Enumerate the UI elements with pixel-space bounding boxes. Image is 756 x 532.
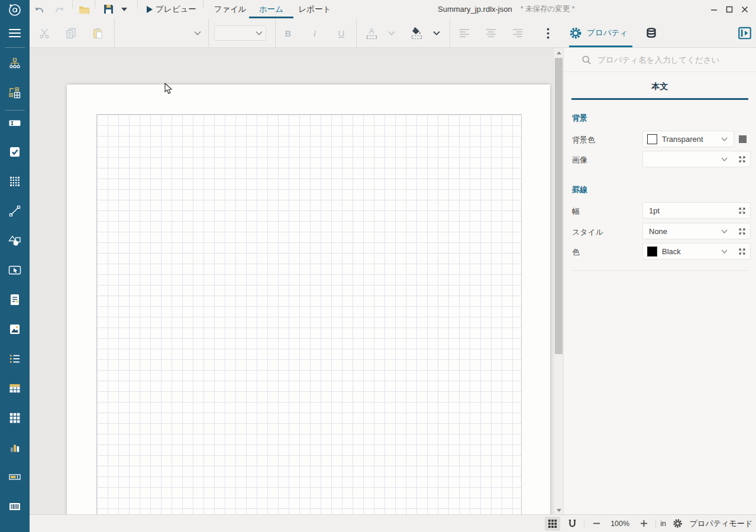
statusbar: 100% in プロパティモード	[30, 514, 756, 532]
shape-tool-icon[interactable]	[8, 233, 22, 248]
background-color-detail-button[interactable]	[739, 135, 747, 143]
group-editor-icon[interactable]	[8, 86, 22, 100]
underline-button[interactable]: U	[334, 18, 348, 48]
properties-tab-button[interactable]: プロパティ	[569, 18, 628, 48]
menu-file[interactable]: ファイル	[214, 0, 246, 18]
settings-gear-icon[interactable]	[670, 517, 686, 531]
save-dropdown-icon[interactable]	[119, 0, 129, 18]
expand-icon[interactable]	[738, 155, 746, 163]
toolbar: B I U A プロパティ	[30, 18, 756, 48]
scrollbar-thumb[interactable]	[555, 58, 563, 354]
statusbar-divider	[655, 519, 656, 528]
prop-label-image: 画像	[572, 155, 587, 166]
align-right-button[interactable]	[511, 18, 525, 48]
border-style-dropdown[interactable]: None	[642, 223, 751, 239]
vertical-scrollbar[interactable]	[554, 48, 563, 514]
align-left-button[interactable]	[457, 18, 471, 48]
textbox-tool-icon[interactable]	[8, 116, 22, 130]
fill-color-dropdown-icon[interactable]	[432, 18, 441, 48]
design-canvas[interactable]	[30, 48, 563, 514]
color-swatch-white	[647, 134, 657, 144]
panel-divider	[571, 270, 748, 271]
italic-button[interactable]: I	[308, 18, 322, 48]
font-color-swatch	[367, 35, 377, 39]
chevron-down-icon	[721, 229, 728, 233]
scroll-up-icon[interactable]	[554, 48, 563, 57]
chart-tool-icon[interactable]	[8, 440, 22, 455]
menu-report[interactable]: レポート	[297, 0, 332, 18]
font-size-dropdown[interactable]	[214, 18, 266, 48]
search-icon	[581, 55, 592, 65]
prop-label-width: 幅	[572, 206, 580, 217]
toolbar-divider	[450, 18, 450, 48]
document-title-group: Summary_jp.rdlx-json * 未保存の変更 *	[438, 0, 575, 18]
paste-button[interactable]	[91, 18, 104, 48]
fill-color-button[interactable]	[409, 18, 424, 48]
minimize-button[interactable]	[706, 0, 722, 18]
undo-button[interactable]	[33, 0, 45, 18]
background-color-dropdown[interactable]: Transparent	[642, 131, 734, 147]
more-options-button[interactable]	[542, 18, 554, 48]
panel-toggle-button[interactable]	[736, 18, 753, 48]
align-center-button[interactable]	[484, 18, 498, 48]
bold-button[interactable]: B	[281, 18, 295, 48]
save-button[interactable]	[102, 0, 114, 18]
property-mode-button[interactable]: プロパティモード	[690, 518, 752, 529]
report-page[interactable]	[67, 85, 550, 514]
table-tool-icon[interactable]	[8, 381, 22, 395]
report-explorer-icon[interactable]	[8, 57, 22, 71]
font-color-dropdown-icon[interactable]	[387, 18, 396, 48]
copy-button[interactable]	[64, 18, 77, 48]
preview-button[interactable]: プレビュー	[156, 0, 196, 18]
richtext-tool-icon[interactable]	[8, 293, 22, 307]
color-swatch-black	[647, 246, 657, 257]
app-logo-icon[interactable]	[7, 2, 23, 17]
zoom-out-button[interactable]	[589, 517, 604, 531]
cut-button[interactable]	[38, 18, 51, 48]
zoom-in-button[interactable]	[636, 517, 651, 531]
checkbox-tool-icon[interactable]	[8, 145, 22, 159]
statusbar-divider	[584, 519, 584, 528]
expand-icon[interactable]	[738, 248, 746, 255]
toolbar-divider	[356, 18, 357, 48]
bullet-tool-icon[interactable]	[8, 470, 22, 484]
font-family-dropdown[interactable]	[121, 18, 201, 48]
border-color-dropdown[interactable]: Black	[642, 243, 751, 259]
report-body-grid[interactable]	[96, 114, 522, 514]
maximize-button[interactable]	[722, 0, 737, 18]
fixed-grid-tool-icon[interactable]	[8, 174, 22, 189]
menu-icon[interactable]	[8, 26, 22, 40]
scope-tab-underline	[571, 98, 748, 100]
scroll-down-icon[interactable]	[554, 506, 563, 514]
property-search-input[interactable]	[597, 56, 739, 64]
sidebar-divider	[5, 47, 25, 48]
prop-label-color: 色	[572, 247, 580, 258]
data-sources-button[interactable]	[644, 18, 659, 48]
unsaved-indicator: * 未保存の変更 *	[521, 4, 575, 14]
line-tool-icon[interactable]	[8, 204, 22, 218]
open-folder-button[interactable]	[77, 0, 91, 18]
document-title: Summary_jp.rdlx-json	[438, 5, 512, 14]
border-width-field[interactable]	[642, 202, 751, 219]
menu-home[interactable]: ホーム	[249, 0, 293, 18]
chevron-down-icon	[721, 137, 728, 141]
container-tool-icon[interactable]	[8, 263, 22, 277]
redo-button[interactable]	[54, 0, 66, 18]
image-tool-icon[interactable]	[8, 322, 22, 336]
scope-tab-body[interactable]: 本文	[564, 82, 756, 92]
barcode-tool-icon[interactable]	[8, 499, 22, 514]
font-color-button[interactable]: A	[364, 18, 379, 48]
properties-gear-icon	[569, 27, 582, 40]
border-width-input[interactable]	[649, 206, 714, 215]
background-image-dropdown[interactable]	[642, 151, 751, 167]
tool-sidebar	[0, 0, 30, 532]
list-tool-icon[interactable]	[8, 352, 22, 366]
grid-toggle-button[interactable]	[545, 517, 560, 531]
unit-selector[interactable]: in	[660, 520, 666, 528]
expand-icon[interactable]	[738, 207, 746, 215]
snap-toggle-button[interactable]	[564, 517, 580, 531]
tablix-tool-icon[interactable]	[8, 411, 22, 425]
close-button[interactable]	[737, 0, 752, 18]
expand-icon[interactable]	[738, 228, 746, 235]
zoom-level[interactable]: 100%	[608, 520, 632, 528]
